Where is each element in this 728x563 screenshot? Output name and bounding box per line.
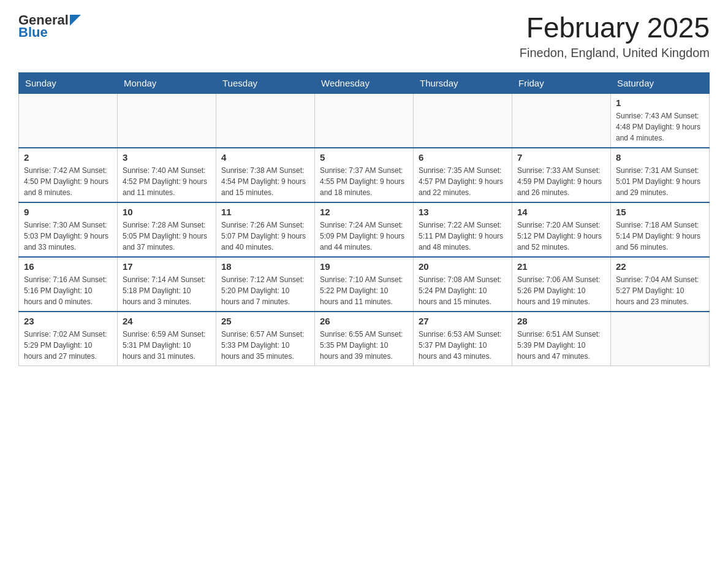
table-row bbox=[19, 93, 118, 148]
day-info: Sunrise: 7:06 AM Sunset: 5:26 PM Dayligh… bbox=[517, 274, 605, 307]
table-row: 11Sunrise: 7:26 AM Sunset: 5:07 PM Dayli… bbox=[216, 202, 315, 257]
day-info: Sunrise: 7:30 AM Sunset: 5:03 PM Dayligh… bbox=[24, 220, 112, 253]
day-info: Sunrise: 7:08 AM Sunset: 5:24 PM Dayligh… bbox=[419, 274, 507, 307]
day-number: 16 bbox=[24, 261, 112, 272]
table-row bbox=[512, 93, 611, 148]
day-number: 14 bbox=[517, 207, 605, 217]
calendar-table: Sunday Monday Tuesday Wednesday Thursday… bbox=[18, 72, 710, 366]
day-number: 6 bbox=[419, 152, 507, 163]
day-info: Sunrise: 7:33 AM Sunset: 4:59 PM Dayligh… bbox=[517, 165, 605, 198]
day-info: Sunrise: 7:26 AM Sunset: 5:07 PM Dayligh… bbox=[221, 220, 309, 253]
col-friday: Friday bbox=[512, 72, 611, 93]
logo: General Blue bbox=[18, 12, 81, 40]
day-number: 3 bbox=[123, 152, 211, 163]
table-row: 3Sunrise: 7:40 AM Sunset: 4:52 PM Daylig… bbox=[118, 148, 216, 202]
day-info: Sunrise: 7:04 AM Sunset: 5:27 PM Dayligh… bbox=[616, 274, 704, 307]
location-text: Finedon, England, United Kingdom bbox=[520, 46, 710, 60]
calendar-week-row: 1Sunrise: 7:43 AM Sunset: 4:48 PM Daylig… bbox=[19, 93, 710, 148]
table-row bbox=[315, 93, 414, 148]
table-row: 16Sunrise: 7:16 AM Sunset: 5:16 PM Dayli… bbox=[19, 257, 118, 312]
table-row: 10Sunrise: 7:28 AM Sunset: 5:05 PM Dayli… bbox=[118, 202, 216, 257]
table-row: 9Sunrise: 7:30 AM Sunset: 5:03 PM Daylig… bbox=[19, 202, 118, 257]
table-row bbox=[118, 93, 216, 148]
day-number: 11 bbox=[221, 207, 309, 217]
col-wednesday: Wednesday bbox=[315, 72, 414, 93]
logo-arrow-icon bbox=[70, 15, 81, 26]
table-row: 14Sunrise: 7:20 AM Sunset: 5:12 PM Dayli… bbox=[512, 202, 611, 257]
table-row: 23Sunrise: 7:02 AM Sunset: 5:29 PM Dayli… bbox=[19, 312, 118, 366]
table-row: 1Sunrise: 7:43 AM Sunset: 4:48 PM Daylig… bbox=[611, 93, 710, 148]
calendar-week-row: 23Sunrise: 7:02 AM Sunset: 5:29 PM Dayli… bbox=[19, 312, 710, 366]
day-info: Sunrise: 7:28 AM Sunset: 5:05 PM Dayligh… bbox=[123, 220, 211, 253]
table-row: 2Sunrise: 7:42 AM Sunset: 4:50 PM Daylig… bbox=[19, 148, 118, 202]
table-row: 12Sunrise: 7:24 AM Sunset: 5:09 PM Dayli… bbox=[315, 202, 414, 257]
table-row: 4Sunrise: 7:38 AM Sunset: 4:54 PM Daylig… bbox=[216, 148, 315, 202]
day-info: Sunrise: 7:42 AM Sunset: 4:50 PM Dayligh… bbox=[24, 165, 112, 198]
day-number: 27 bbox=[419, 316, 507, 326]
day-number: 23 bbox=[24, 316, 112, 326]
day-info: Sunrise: 6:57 AM Sunset: 5:33 PM Dayligh… bbox=[221, 329, 309, 362]
calendar-week-row: 16Sunrise: 7:16 AM Sunset: 5:16 PM Dayli… bbox=[19, 257, 710, 312]
table-row: 7Sunrise: 7:33 AM Sunset: 4:59 PM Daylig… bbox=[512, 148, 611, 202]
day-number: 13 bbox=[419, 207, 507, 217]
table-row bbox=[216, 93, 315, 148]
day-number: 12 bbox=[320, 207, 408, 217]
col-monday: Monday bbox=[118, 72, 216, 93]
day-number: 7 bbox=[517, 152, 605, 163]
table-row: 19Sunrise: 7:10 AM Sunset: 5:22 PM Dayli… bbox=[315, 257, 414, 312]
month-title: February 2025 bbox=[520, 12, 710, 44]
svg-marker-0 bbox=[70, 15, 81, 26]
day-number: 25 bbox=[221, 316, 309, 326]
table-row: 20Sunrise: 7:08 AM Sunset: 5:24 PM Dayli… bbox=[414, 257, 512, 312]
day-number: 28 bbox=[517, 316, 605, 326]
day-number: 26 bbox=[320, 316, 408, 326]
day-number: 2 bbox=[24, 152, 112, 163]
day-number: 20 bbox=[419, 261, 507, 272]
table-row: 27Sunrise: 6:53 AM Sunset: 5:37 PM Dayli… bbox=[414, 312, 512, 366]
calendar-header-row: Sunday Monday Tuesday Wednesday Thursday… bbox=[19, 72, 710, 93]
table-row: 26Sunrise: 6:55 AM Sunset: 5:35 PM Dayli… bbox=[315, 312, 414, 366]
table-row: 15Sunrise: 7:18 AM Sunset: 5:14 PM Dayli… bbox=[611, 202, 710, 257]
table-row: 6Sunrise: 7:35 AM Sunset: 4:57 PM Daylig… bbox=[414, 148, 512, 202]
table-row: 17Sunrise: 7:14 AM Sunset: 5:18 PM Dayli… bbox=[118, 257, 216, 312]
day-info: Sunrise: 7:43 AM Sunset: 4:48 PM Dayligh… bbox=[616, 110, 704, 144]
day-info: Sunrise: 7:24 AM Sunset: 5:09 PM Dayligh… bbox=[320, 220, 408, 253]
table-row: 8Sunrise: 7:31 AM Sunset: 5:01 PM Daylig… bbox=[611, 148, 710, 202]
table-row bbox=[611, 312, 710, 366]
day-number: 21 bbox=[517, 261, 605, 272]
page-header: General Blue February 2025 Finedon, Engl… bbox=[18, 12, 710, 60]
day-info: Sunrise: 7:38 AM Sunset: 4:54 PM Dayligh… bbox=[221, 165, 309, 198]
col-tuesday: Tuesday bbox=[216, 72, 315, 93]
calendar-week-row: 9Sunrise: 7:30 AM Sunset: 5:03 PM Daylig… bbox=[19, 202, 710, 257]
day-info: Sunrise: 7:37 AM Sunset: 4:55 PM Dayligh… bbox=[320, 165, 408, 198]
table-row: 24Sunrise: 6:59 AM Sunset: 5:31 PM Dayli… bbox=[118, 312, 216, 366]
day-number: 5 bbox=[320, 152, 408, 163]
day-info: Sunrise: 7:20 AM Sunset: 5:12 PM Dayligh… bbox=[517, 220, 605, 253]
day-number: 24 bbox=[123, 316, 211, 326]
table-row: 25Sunrise: 6:57 AM Sunset: 5:33 PM Dayli… bbox=[216, 312, 315, 366]
day-info: Sunrise: 7:40 AM Sunset: 4:52 PM Dayligh… bbox=[123, 165, 211, 198]
day-number: 8 bbox=[616, 152, 704, 163]
day-info: Sunrise: 7:31 AM Sunset: 5:01 PM Dayligh… bbox=[616, 165, 704, 198]
day-info: Sunrise: 7:35 AM Sunset: 4:57 PM Dayligh… bbox=[419, 165, 507, 198]
day-info: Sunrise: 7:22 AM Sunset: 5:11 PM Dayligh… bbox=[419, 220, 507, 253]
table-row: 28Sunrise: 6:51 AM Sunset: 5:39 PM Dayli… bbox=[512, 312, 611, 366]
table-row: 18Sunrise: 7:12 AM Sunset: 5:20 PM Dayli… bbox=[216, 257, 315, 312]
calendar-week-row: 2Sunrise: 7:42 AM Sunset: 4:50 PM Daylig… bbox=[19, 148, 710, 202]
day-info: Sunrise: 7:16 AM Sunset: 5:16 PM Dayligh… bbox=[24, 274, 112, 307]
day-info: Sunrise: 7:02 AM Sunset: 5:29 PM Dayligh… bbox=[24, 329, 112, 362]
day-number: 18 bbox=[221, 261, 309, 272]
day-number: 10 bbox=[123, 207, 211, 217]
day-info: Sunrise: 6:59 AM Sunset: 5:31 PM Dayligh… bbox=[123, 329, 211, 362]
day-info: Sunrise: 7:10 AM Sunset: 5:22 PM Dayligh… bbox=[320, 274, 408, 307]
day-number: 19 bbox=[320, 261, 408, 272]
table-row: 5Sunrise: 7:37 AM Sunset: 4:55 PM Daylig… bbox=[315, 148, 414, 202]
day-number: 4 bbox=[221, 152, 309, 163]
day-number: 17 bbox=[123, 261, 211, 272]
day-number: 1 bbox=[616, 98, 704, 108]
day-info: Sunrise: 6:53 AM Sunset: 5:37 PM Dayligh… bbox=[419, 329, 507, 362]
day-info: Sunrise: 7:14 AM Sunset: 5:18 PM Dayligh… bbox=[123, 274, 211, 307]
day-info: Sunrise: 7:12 AM Sunset: 5:20 PM Dayligh… bbox=[221, 274, 309, 307]
table-row: 22Sunrise: 7:04 AM Sunset: 5:27 PM Dayli… bbox=[611, 257, 710, 312]
day-number: 9 bbox=[24, 207, 112, 217]
